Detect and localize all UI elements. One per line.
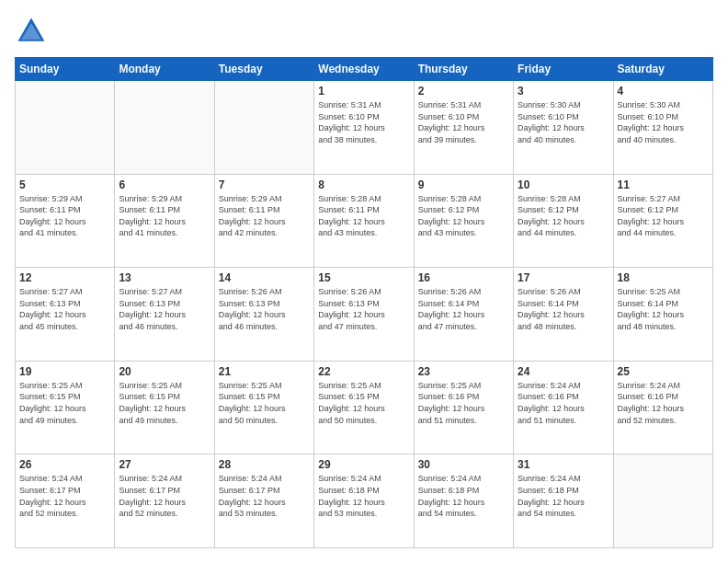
day-number: 4 (618, 85, 709, 98)
day-info: Sunrise: 5:31 AM Sunset: 6:10 PM Dayligh… (418, 99, 509, 145)
day-number: 17 (518, 271, 609, 284)
day-number: 18 (618, 271, 709, 284)
calendar-cell: 30Sunrise: 5:24 AM Sunset: 6:18 PM Dayli… (414, 454, 513, 548)
day-number: 28 (219, 458, 310, 471)
calendar-cell: 27Sunrise: 5:24 AM Sunset: 6:17 PM Dayli… (115, 454, 214, 548)
day-number: 29 (318, 458, 409, 471)
weekday-header: Wednesday (314, 58, 414, 81)
day-info: Sunrise: 5:29 AM Sunset: 6:11 PM Dayligh… (219, 193, 310, 239)
page: SundayMondayTuesdayWednesdayThursdayFrid… (0, 0, 728, 563)
calendar-cell: 22Sunrise: 5:25 AM Sunset: 6:15 PM Dayli… (314, 361, 414, 454)
calendar-cell: 21Sunrise: 5:25 AM Sunset: 6:15 PM Dayli… (214, 361, 313, 454)
day-number: 27 (119, 458, 210, 471)
calendar-cell: 14Sunrise: 5:26 AM Sunset: 6:13 PM Dayli… (214, 268, 313, 362)
weekday-header: Saturday (613, 58, 712, 81)
calendar-cell: 15Sunrise: 5:26 AM Sunset: 6:13 PM Dayli… (314, 268, 414, 362)
calendar-cell: 8Sunrise: 5:28 AM Sunset: 6:11 PM Daylig… (314, 174, 414, 268)
calendar-cell: 24Sunrise: 5:24 AM Sunset: 6:16 PM Dayli… (514, 361, 613, 454)
day-number: 30 (418, 458, 509, 471)
day-info: Sunrise: 5:24 AM Sunset: 6:18 PM Dayligh… (318, 473, 409, 519)
calendar-cell: 12Sunrise: 5:27 AM Sunset: 6:13 PM Dayli… (16, 268, 115, 362)
weekday-header: Monday (115, 58, 214, 81)
day-number: 14 (219, 271, 310, 284)
day-info: Sunrise: 5:27 AM Sunset: 6:13 PM Dayligh… (19, 286, 110, 332)
day-info: Sunrise: 5:25 AM Sunset: 6:15 PM Dayligh… (318, 380, 409, 426)
calendar-cell: 9Sunrise: 5:28 AM Sunset: 6:12 PM Daylig… (414, 174, 513, 268)
calendar-cell: 2Sunrise: 5:31 AM Sunset: 6:10 PM Daylig… (414, 81, 513, 175)
calendar-cell: 20Sunrise: 5:25 AM Sunset: 6:15 PM Dayli… (115, 361, 214, 454)
calendar-cell: 31Sunrise: 5:24 AM Sunset: 6:18 PM Dayli… (514, 454, 613, 548)
calendar-cell (214, 81, 313, 175)
day-number: 1 (318, 85, 409, 98)
calendar-cell: 7Sunrise: 5:29 AM Sunset: 6:11 PM Daylig… (214, 174, 313, 268)
week-row: 26Sunrise: 5:24 AM Sunset: 6:17 PM Dayli… (16, 454, 713, 548)
weekday-header: Sunday (16, 58, 115, 81)
day-info: Sunrise: 5:29 AM Sunset: 6:11 PM Dayligh… (19, 193, 110, 239)
day-number: 5 (19, 178, 110, 191)
day-info: Sunrise: 5:28 AM Sunset: 6:12 PM Dayligh… (418, 193, 509, 239)
day-number: 26 (19, 458, 110, 471)
calendar-cell: 3Sunrise: 5:30 AM Sunset: 6:10 PM Daylig… (514, 81, 613, 175)
calendar-cell: 25Sunrise: 5:24 AM Sunset: 6:16 PM Dayli… (613, 361, 712, 454)
day-number: 13 (119, 271, 210, 284)
day-number: 8 (318, 178, 409, 191)
calendar-cell: 6Sunrise: 5:29 AM Sunset: 6:11 PM Daylig… (115, 174, 214, 268)
day-info: Sunrise: 5:25 AM Sunset: 6:14 PM Dayligh… (618, 286, 709, 332)
day-info: Sunrise: 5:24 AM Sunset: 6:16 PM Dayligh… (618, 380, 709, 426)
day-number: 25 (618, 365, 709, 378)
day-info: Sunrise: 5:26 AM Sunset: 6:14 PM Dayligh… (418, 286, 509, 332)
day-info: Sunrise: 5:24 AM Sunset: 6:17 PM Dayligh… (119, 473, 210, 519)
day-info: Sunrise: 5:24 AM Sunset: 6:18 PM Dayligh… (418, 473, 509, 519)
week-row: 5Sunrise: 5:29 AM Sunset: 6:11 PM Daylig… (16, 174, 713, 268)
calendar-cell: 11Sunrise: 5:27 AM Sunset: 6:12 PM Dayli… (613, 174, 712, 268)
day-number: 10 (518, 178, 609, 191)
weekday-header: Friday (514, 58, 613, 81)
weekday-header: Tuesday (214, 58, 313, 81)
calendar-cell: 16Sunrise: 5:26 AM Sunset: 6:14 PM Dayli… (414, 268, 513, 362)
day-info: Sunrise: 5:24 AM Sunset: 6:18 PM Dayligh… (518, 473, 609, 519)
day-info: Sunrise: 5:30 AM Sunset: 6:10 PM Dayligh… (518, 99, 609, 145)
day-info: Sunrise: 5:31 AM Sunset: 6:10 PM Dayligh… (318, 99, 409, 145)
calendar-cell: 13Sunrise: 5:27 AM Sunset: 6:13 PM Dayli… (115, 268, 214, 362)
day-number: 24 (518, 365, 609, 378)
day-info: Sunrise: 5:27 AM Sunset: 6:13 PM Dayligh… (119, 286, 210, 332)
day-number: 11 (618, 178, 709, 191)
day-number: 21 (219, 365, 310, 378)
day-info: Sunrise: 5:26 AM Sunset: 6:14 PM Dayligh… (518, 286, 609, 332)
calendar-cell (16, 81, 115, 175)
day-info: Sunrise: 5:26 AM Sunset: 6:13 PM Dayligh… (318, 286, 409, 332)
day-number: 6 (119, 178, 210, 191)
week-row: 1Sunrise: 5:31 AM Sunset: 6:10 PM Daylig… (16, 81, 713, 175)
day-info: Sunrise: 5:25 AM Sunset: 6:15 PM Dayligh… (119, 380, 210, 426)
day-number: 12 (19, 271, 110, 284)
day-number: 31 (518, 458, 609, 471)
calendar-table: SundayMondayTuesdayWednesdayThursdayFrid… (15, 57, 713, 548)
logo-icon (15, 15, 48, 48)
day-info: Sunrise: 5:28 AM Sunset: 6:11 PM Dayligh… (318, 193, 409, 239)
day-info: Sunrise: 5:25 AM Sunset: 6:15 PM Dayligh… (219, 380, 310, 426)
day-info: Sunrise: 5:25 AM Sunset: 6:16 PM Dayligh… (418, 380, 509, 426)
calendar-cell: 19Sunrise: 5:25 AM Sunset: 6:15 PM Dayli… (16, 361, 115, 454)
day-info: Sunrise: 5:28 AM Sunset: 6:12 PM Dayligh… (518, 193, 609, 239)
calendar-cell: 23Sunrise: 5:25 AM Sunset: 6:16 PM Dayli… (414, 361, 513, 454)
day-info: Sunrise: 5:25 AM Sunset: 6:15 PM Dayligh… (19, 380, 110, 426)
calendar-cell: 29Sunrise: 5:24 AM Sunset: 6:18 PM Dayli… (314, 454, 414, 548)
calendar-cell (613, 454, 712, 548)
day-info: Sunrise: 5:26 AM Sunset: 6:13 PM Dayligh… (219, 286, 310, 332)
logo (15, 15, 53, 48)
day-info: Sunrise: 5:24 AM Sunset: 6:16 PM Dayligh… (518, 380, 609, 426)
day-number: 3 (518, 85, 609, 98)
calendar-cell (115, 81, 214, 175)
calendar-cell: 4Sunrise: 5:30 AM Sunset: 6:10 PM Daylig… (613, 81, 712, 175)
day-number: 22 (318, 365, 409, 378)
day-number: 19 (19, 365, 110, 378)
header-row: SundayMondayTuesdayWednesdayThursdayFrid… (16, 58, 713, 81)
day-number: 7 (219, 178, 310, 191)
day-number: 16 (418, 271, 509, 284)
day-info: Sunrise: 5:27 AM Sunset: 6:12 PM Dayligh… (618, 193, 709, 239)
calendar-cell: 1Sunrise: 5:31 AM Sunset: 6:10 PM Daylig… (314, 81, 414, 175)
day-number: 23 (418, 365, 509, 378)
day-info: Sunrise: 5:30 AM Sunset: 6:10 PM Dayligh… (618, 99, 709, 145)
calendar-cell: 26Sunrise: 5:24 AM Sunset: 6:17 PM Dayli… (16, 454, 115, 548)
calendar-cell: 5Sunrise: 5:29 AM Sunset: 6:11 PM Daylig… (16, 174, 115, 268)
